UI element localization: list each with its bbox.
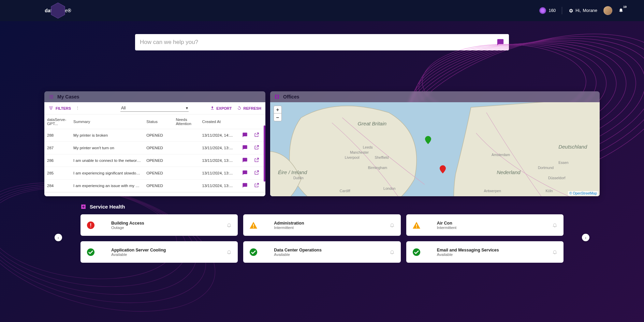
svg-rect-42 — [253, 227, 254, 228]
cell-needs-attention — [173, 129, 199, 142]
my-cases-title: My Cases — [57, 94, 79, 99]
service-card[interactable]: AdministrationIntermittent — [243, 214, 400, 236]
row-chat-icon[interactable] — [242, 183, 248, 189]
service-health-section: Service Health Building AccessOutageAdmi… — [0, 196, 644, 263]
logo-hexagon-icon: dataServe® — [50, 2, 65, 19]
row-open-icon[interactable] — [254, 145, 259, 151]
search-box — [135, 34, 509, 50]
export-button[interactable]: EXPORT — [210, 106, 232, 110]
filters-button[interactable]: FILTERS — [48, 106, 71, 111]
svg-rect-40 — [90, 227, 91, 227]
service-name: Air Con — [437, 221, 544, 226]
status-select[interactable]: All ▾ — [120, 105, 189, 112]
row-chat-icon[interactable] — [242, 145, 248, 151]
bell-outline-icon[interactable] — [552, 249, 557, 255]
svg-rect-44 — [416, 227, 417, 228]
row-open-icon[interactable] — [254, 183, 259, 189]
svg-text:Birmingham: Birmingham — [368, 166, 387, 170]
cell-status: OPENED — [144, 180, 173, 192]
cell-summary: My printer won't turn on — [71, 142, 144, 154]
svg-text:Amsterdam: Amsterdam — [492, 153, 510, 157]
status-error-icon — [87, 221, 95, 229]
refresh-button[interactable]: REFRESH — [237, 106, 261, 110]
col-status[interactable]: Status — [144, 114, 173, 129]
svg-text:Liverpool: Liverpool — [345, 155, 360, 159]
table-row[interactable]: 286I am unable to connect to the network… — [44, 154, 265, 167]
svg-text:Cardiff: Cardiff — [340, 189, 350, 193]
col-id[interactable]: dataServe-GPT... — [44, 114, 71, 129]
topbar: dataServe® 160 Hi, Morane 19 — [0, 0, 644, 21]
service-name: Application Server Cooling — [111, 248, 218, 252]
scrollbar[interactable] — [264, 125, 265, 182]
carousel-next-button[interactable]: › — [582, 234, 589, 241]
cell-needs-attention — [173, 167, 199, 180]
cell-created: 13/11/2024, 13:... — [200, 142, 236, 154]
plus-box-icon — [80, 204, 86, 210]
bell-outline-icon[interactable] — [226, 249, 232, 255]
cell-created: 13/11/2024, 13:... — [200, 180, 236, 192]
gear-icon — [568, 8, 573, 13]
chat-icon[interactable] — [497, 39, 504, 46]
map-credit[interactable]: © OpenStreetMap — [568, 191, 598, 196]
svg-text:Éire / Ireland: Éire / Ireland — [278, 169, 307, 175]
search-input[interactable] — [140, 39, 497, 46]
row-open-icon[interactable] — [254, 132, 259, 138]
cell-id: 284 — [44, 180, 71, 192]
svg-point-46 — [250, 248, 257, 256]
offices-header: Offices — [270, 91, 600, 102]
row-chat-icon[interactable] — [242, 157, 248, 164]
svg-point-47 — [413, 248, 420, 256]
carousel-prev-button[interactable]: ‹ — [55, 234, 62, 241]
bell-outline-icon[interactable] — [390, 223, 395, 228]
service-card[interactable]: Air ConIntermittent — [406, 214, 564, 236]
points-icon — [539, 7, 546, 14]
bell-outline-icon[interactable] — [226, 223, 232, 228]
points-indicator[interactable]: 160 — [539, 7, 556, 14]
service-status: Intermittent — [274, 226, 381, 230]
notif-count: 19 — [623, 5, 627, 9]
cell-status: OPENED — [144, 142, 173, 154]
service-name: Email and Messaging Services — [437, 248, 544, 252]
map-pin-red[interactable] — [440, 165, 446, 173]
greeting-prefix: Hi, — [575, 8, 581, 13]
service-card[interactable]: Building AccessOutage — [80, 214, 238, 236]
notifications-button[interactable]: 19 — [618, 7, 624, 14]
col-needs-attention[interactable]: Needs Attention — [173, 114, 199, 129]
more-dots-icon[interactable]: ⋮ — [76, 106, 79, 110]
logo[interactable]: dataServe® — [50, 2, 65, 19]
svg-text:Sheffield: Sheffield — [375, 155, 389, 159]
svg-point-45 — [87, 248, 94, 256]
svg-text:Köln: Köln — [546, 189, 553, 193]
service-card[interactable]: Application Server CoolingAvailable — [80, 241, 238, 263]
svg-text:Leeds: Leeds — [363, 145, 373, 149]
zoom-in-button[interactable]: + — [274, 106, 281, 113]
cell-id: 286 — [44, 154, 71, 167]
cell-needs-attention — [173, 142, 199, 154]
table-row[interactable]: 284I am experiencing an issue with my Ou… — [44, 180, 265, 192]
service-card[interactable]: Email and Messaging ServicesAvailable — [406, 241, 564, 263]
table-row[interactable]: 288My printer is brokenOPENED13/11/2024,… — [44, 129, 265, 142]
service-name: Administration — [274, 221, 381, 226]
avatar[interactable] — [603, 6, 612, 15]
table-row[interactable]: 285I am experiencing significant slowdow… — [44, 167, 265, 180]
row-chat-icon[interactable] — [242, 132, 248, 138]
col-created[interactable]: Created At — [200, 114, 236, 129]
service-card[interactable]: Data Center OperationsAvailable — [243, 241, 400, 263]
table-row[interactable]: 287My printer won't turn onOPENED13/11/2… — [44, 142, 265, 154]
map-pin-green[interactable] — [425, 136, 431, 144]
bell-outline-icon[interactable] — [552, 223, 557, 228]
svg-text:Dortmund: Dortmund — [538, 166, 554, 170]
row-open-icon[interactable] — [254, 170, 259, 176]
cell-summary: I am unable to connect to the network pr… — [71, 154, 144, 167]
user-greeting[interactable]: Hi, Morane — [568, 8, 597, 13]
map-canvas[interactable]: Great Britain Éire / Ireland Nederland B… — [270, 102, 600, 196]
svg-rect-39 — [90, 223, 91, 226]
my-cases-header: My Cases — [44, 91, 265, 102]
bell-outline-icon[interactable] — [390, 249, 395, 255]
cell-needs-attention — [173, 154, 199, 167]
row-chat-icon[interactable] — [242, 170, 248, 176]
cell-status: OPENED — [144, 167, 173, 180]
zoom-out-button[interactable]: − — [274, 113, 281, 121]
row-open-icon[interactable] — [254, 157, 259, 164]
col-summary[interactable]: Summary — [71, 114, 144, 129]
